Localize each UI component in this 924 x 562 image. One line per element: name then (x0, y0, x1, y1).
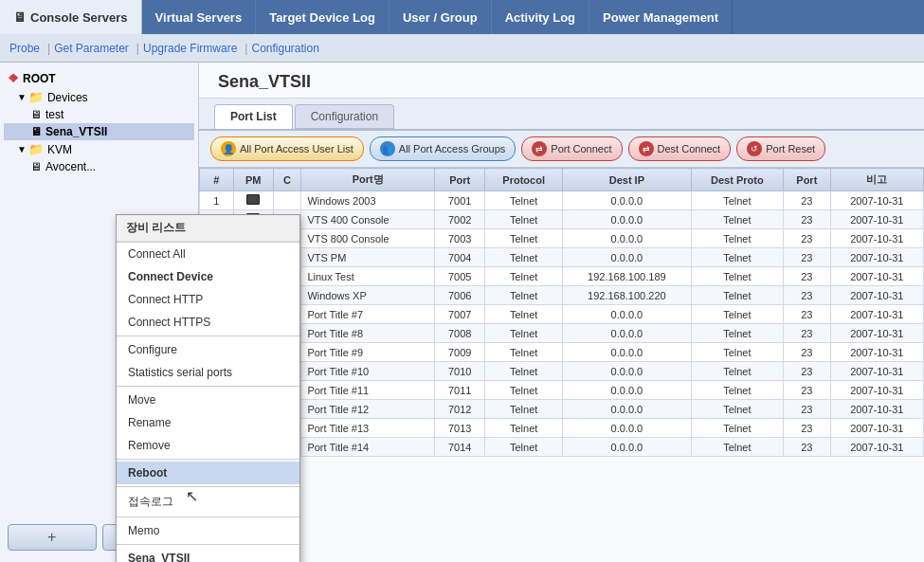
tab-virtual-servers-label: Virtual Servers (155, 10, 243, 25)
col-portname: Port명 (301, 169, 435, 191)
tree-sena-vtsii[interactable]: 🖥 Sena_VTSII (4, 123, 194, 140)
all-port-access-groups-button[interactable]: 👥 All Port Access Groups (370, 136, 516, 161)
ctx-connect-all[interactable]: Connect All (117, 243, 299, 265)
groups-icon: 👥 (380, 141, 395, 156)
all-port-access-user-list-button[interactable]: 👤 All Port Access User List (210, 136, 364, 161)
expand-icon: ▼ (17, 92, 27, 102)
dest-connect-button[interactable]: ⇄ Dest Connect (628, 136, 732, 161)
subnav-get-parameter[interactable]: Get Parameter (54, 42, 129, 55)
tab-activity-log[interactable]: Activity Log (492, 0, 589, 34)
table-row[interactable]: 7 Port Title #7 7007 Telnet 0.0.0.0 Teln… (200, 305, 924, 324)
table-row[interactable]: 6 Windows XP 7006 Telnet 192.168.100.220… (200, 286, 924, 305)
context-menu: 장비 리스트 Connect All Connect Device Connec… (116, 214, 300, 562)
tree-test[interactable]: 🖥 test (4, 106, 194, 123)
tree-devices-label: Devices (47, 91, 88, 104)
tab-power-management-label: Power Management (603, 10, 718, 25)
expand-kvm-icon: ▼ (17, 144, 27, 154)
tree-sena-label: Sena_VTSII (45, 125, 107, 138)
add-device-button[interactable]: + (8, 524, 97, 551)
table-row[interactable]: 8 Port Title #8 7008 Telnet 0.0.0.0 Teln… (200, 324, 924, 343)
table-row[interactable]: 9 Port Title #9 7009 Telnet 0.0.0.0 Teln… (200, 343, 924, 362)
col-dest-port: Port (784, 169, 831, 191)
tab-user-group-label: User / Group (403, 10, 478, 25)
port-table-container: # PM C Port명 Port Protocol Dest IP Dest … (199, 168, 924, 562)
root-icon: ❖ (8, 71, 19, 85)
server-test-icon: 🖥 (30, 108, 42, 121)
col-dest-proto: Dest Proto (691, 169, 783, 191)
table-row[interactable]: 11 Port Title #11 7011 Telnet 0.0.0.0 Te… (200, 381, 924, 400)
folder-devices-icon: 📁 (28, 90, 44, 104)
server-avocent-icon: 🖥 (30, 160, 42, 173)
dest-connect-icon: ⇄ (639, 141, 654, 156)
subnav-upgrade-firmware[interactable]: Upgrade Firmware (143, 42, 237, 55)
user-list-icon: 👤 (221, 141, 236, 156)
col-protocol: Protocol (485, 169, 563, 191)
ctx-connect-http[interactable]: Connect HTTP (117, 288, 299, 311)
ctx-configure[interactable]: Configure (117, 338, 299, 361)
tab-virtual-servers[interactable]: Virtual Servers (142, 0, 257, 34)
tab-console-servers-label: Console Servers (30, 10, 128, 25)
table-row[interactable]: 12 Port Title #12 7012 Telnet 0.0.0.0 Te… (200, 400, 924, 419)
col-pm: PM (233, 169, 273, 191)
page-title: Sena_VTSII (199, 63, 924, 99)
tree-kvm[interactable]: ▼ 📁 KVM (4, 140, 194, 158)
ctx-memo[interactable]: Memo (117, 519, 299, 542)
ctx-statistics-serial[interactable]: Statistics serial ports (117, 361, 299, 384)
tree-avocent[interactable]: 🖥 Avocent... (4, 158, 194, 175)
ctx-move[interactable]: Move (117, 389, 299, 411)
subnav-configuration[interactable]: Configuration (251, 42, 318, 55)
port-reset-button[interactable]: ↺ Port Reset (736, 136, 825, 161)
port-connect-icon: ⇄ (532, 141, 547, 156)
tree-kvm-label: KVM (47, 143, 72, 156)
table-row[interactable]: 13 Port Title #13 7013 Telnet 0.0.0.0 Te… (200, 419, 924, 438)
col-dest-ip: Dest IP (563, 169, 692, 191)
ctx-rename[interactable]: Rename (117, 411, 299, 434)
port-reset-icon: ↺ (747, 141, 762, 156)
table-row[interactable]: 2 VTS 400 Console 7002 Telnet 0.0.0.0 Te… (200, 210, 924, 229)
tree-test-label: test (45, 108, 63, 121)
tab-target-device-log-label: Target Device Log (269, 10, 375, 25)
tree-avocent-label: Avocent... (45, 160, 96, 173)
tab-activity-log-label: Activity Log (505, 10, 575, 25)
tree-root[interactable]: ❖ ROOT (4, 68, 194, 88)
table-row[interactable]: 1 Windows 2003 7001 Telnet 0.0.0.0 Telne… (200, 191, 924, 210)
subnav-sep3: | (245, 42, 247, 55)
ctx-sena-vtsii[interactable]: Sena_VTSII (117, 547, 299, 562)
subnav-sep2: | (136, 42, 139, 55)
ctx-connect-device[interactable]: Connect Device (117, 265, 299, 288)
port-connect-button[interactable]: ⇄ Port Connect (521, 136, 622, 161)
inner-tab-configuration[interactable]: Configuration (295, 104, 394, 129)
col-note: 비고 (830, 169, 923, 191)
tab-user-group[interactable]: User / Group (390, 0, 492, 34)
ctx-remove[interactable]: Remove (117, 434, 299, 457)
ctx-access-log[interactable]: 접속로그 (117, 489, 299, 515)
tab-console-servers[interactable]: 🖥 Console Servers (0, 0, 142, 34)
subnav-sep1: | (47, 42, 50, 55)
tab-target-device-log[interactable]: Target Device Log (256, 0, 390, 34)
inner-tab-port-list[interactable]: Port List (214, 104, 293, 129)
col-c: C (273, 169, 301, 191)
ctx-reboot[interactable]: Reboot (117, 462, 299, 484)
tab-power-management[interactable]: Power Management (589, 0, 733, 34)
subnav-probe[interactable]: Probe (9, 42, 40, 55)
table-row[interactable]: 5 Linux Test 7005 Telnet 192.168.100.189… (200, 267, 924, 286)
table-row[interactable]: 4 VTS PM 7004 Telnet 0.0.0.0 Telnet 23 2… (200, 248, 924, 267)
table-row[interactable]: 3 VTS 800 Console 7003 Telnet 0.0.0.0 Te… (200, 229, 924, 248)
folder-kvm-icon: 📁 (28, 142, 44, 156)
ctx-header-label: 장비 리스트 (117, 215, 299, 242)
table-row[interactable]: 14 Port Title #14 7014 Telnet 0.0.0.0 Te… (200, 438, 924, 457)
ctx-connect-https[interactable]: Connect HTTPS (117, 311, 299, 334)
server-sena-icon: 🖥 (30, 125, 42, 138)
col-port: Port (435, 169, 485, 191)
console-servers-icon: 🖥 (13, 9, 27, 25)
tree-expand-devices[interactable]: ▼ 📁 Devices (4, 88, 194, 106)
col-num: # (200, 169, 234, 191)
table-row[interactable]: 10 Port Title #10 7010 Telnet 0.0.0.0 Te… (200, 362, 924, 381)
